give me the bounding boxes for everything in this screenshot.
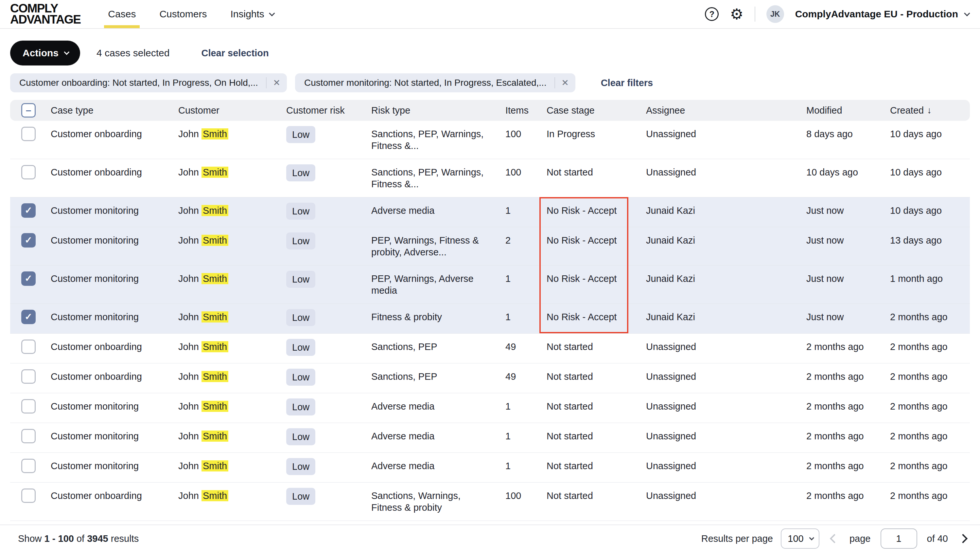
- actions-button[interactable]: Actions: [10, 41, 80, 65]
- column-header-assignee[interactable]: Assignee: [646, 105, 803, 116]
- cell-created: 2 months ago: [888, 393, 969, 420]
- checkbox-unchecked[interactable]: [21, 340, 36, 354]
- page-size-select[interactable]: 100: [781, 528, 819, 549]
- cell-items: 1: [505, 453, 541, 479]
- cell-modified: Just now: [803, 265, 888, 292]
- cell-items: 1: [505, 198, 541, 223]
- table-row[interactable]: ✓Customer monitoringJohn SmithLowPEP, Wa…: [10, 227, 970, 265]
- cell-items: 1: [505, 393, 541, 420]
- risk-badge: Low: [286, 339, 315, 356]
- cell-created: 13 days ago: [888, 227, 969, 254]
- table-row[interactable]: Customer onboardingJohn SmithLowSanction…: [10, 159, 970, 197]
- checkbox-checked[interactable]: ✓: [21, 233, 36, 247]
- cell-risk-type: PEP, Warnings, Adverse media: [371, 265, 505, 303]
- column-header-created[interactable]: Created ↓: [888, 105, 969, 116]
- column-header-risk-type[interactable]: Risk type: [371, 105, 505, 116]
- tab-cases[interactable]: Cases: [108, 0, 136, 28]
- tab-insights[interactable]: Insights: [230, 0, 273, 28]
- next-page-button[interactable]: [958, 533, 968, 544]
- filter-chip-label: Customer onboarding: Not started, In Pro…: [19, 78, 258, 88]
- table-row[interactable]: Customer monitoringJohn SmithLowAdverse …: [10, 393, 970, 423]
- cell-checkbox: ✓: [10, 304, 51, 324]
- cell-checkbox: [10, 121, 51, 141]
- selected-count: 4 cases selected: [97, 48, 169, 59]
- table-row[interactable]: Customer onboardingJohn SmithLowSanction…: [10, 121, 970, 159]
- cell-customer-risk: Low: [286, 364, 371, 393]
- checkbox-unchecked[interactable]: [21, 399, 36, 413]
- table-row[interactable]: Customer onboardingJohn SmithLowSanction…: [10, 363, 970, 393]
- cell-customer: John Smith: [178, 159, 286, 185]
- cell-case-stage: Not started: [541, 364, 646, 389]
- cell-case-stage: Not started: [541, 453, 646, 479]
- risk-type-text: Sanctions, Warnings, Fitness & probity: [371, 490, 484, 514]
- table-row[interactable]: ✓Customer monitoringJohn SmithLowAdverse…: [10, 197, 970, 227]
- cell-case-type: Customer monitoring: [51, 198, 178, 223]
- cell-modified: 2 months ago: [803, 483, 888, 509]
- checkbox-unchecked[interactable]: [21, 488, 36, 503]
- previous-page-button[interactable]: [829, 533, 840, 544]
- checkbox-unchecked[interactable]: [21, 369, 36, 384]
- column-header-modified[interactable]: Modified: [803, 105, 888, 116]
- avatar[interactable]: JK: [767, 5, 784, 23]
- checkbox-unchecked[interactable]: [21, 429, 36, 443]
- column-header-items[interactable]: Items: [505, 105, 541, 116]
- select-all-checkbox-indeterminate[interactable]: –: [21, 103, 36, 118]
- risk-badge: Low: [286, 488, 315, 505]
- cell-customer: John Smith: [178, 423, 286, 449]
- results-summary: Show 1 - 100 of 3945 results: [18, 533, 139, 544]
- checkbox-checked[interactable]: ✓: [21, 203, 36, 218]
- checkbox-checked[interactable]: ✓: [21, 271, 36, 286]
- cell-modified: 2 months ago: [803, 423, 888, 449]
- cell-case-stage: Not started: [541, 393, 646, 420]
- cell-checkbox: [10, 453, 51, 473]
- cell-checkbox: [10, 483, 51, 503]
- table-row[interactable]: ✓Customer monitoringJohn SmithLowFitness…: [10, 303, 970, 333]
- column-header-case-type[interactable]: Case type: [51, 105, 178, 116]
- filter-chip-onboarding[interactable]: Customer onboarding: Not started, In Pro…: [10, 73, 287, 93]
- table-row[interactable]: Customer monitoringJohn SmithLowAdverse …: [10, 423, 970, 453]
- cell-assignee: Unassigned: [646, 364, 803, 389]
- cell-items: 100: [505, 121, 541, 147]
- cell-items: 100: [505, 159, 541, 185]
- column-header-customer-risk[interactable]: Customer risk: [286, 105, 371, 116]
- table-row[interactable]: Customer onboardingJohn SmithLowSanction…: [10, 482, 970, 520]
- risk-type-text: Sanctions, PEP, Warnings, Fitness &...: [371, 166, 484, 190]
- table-row[interactable]: ✓Customer monitoringJohn SmithLowPEP, Wa…: [10, 265, 970, 303]
- checkbox-checked[interactable]: ✓: [21, 310, 36, 324]
- filter-bar: Customer onboarding: Not started, In Pro…: [10, 73, 970, 93]
- cell-case-type: Customer monitoring: [51, 393, 178, 420]
- remove-filter-icon[interactable]: ✕: [267, 73, 287, 93]
- checkbox-unchecked[interactable]: [21, 459, 36, 473]
- customer-name-highlight: Smith: [202, 311, 228, 322]
- risk-type-text: Fitness & probity: [371, 311, 484, 323]
- column-header-customer[interactable]: Customer: [178, 105, 286, 116]
- comply-advantage-logo: COMPLY ADVANTAGE: [10, 3, 81, 25]
- table-row[interactable]: Customer monitoringJohn SmithLowAdverse …: [10, 453, 970, 482]
- cell-case-stage: Not started: [541, 423, 646, 449]
- nav-right-cluster: ? ⚙ JK ComplyAdvantage EU - Production: [705, 5, 968, 23]
- gear-icon[interactable]: ⚙: [730, 6, 743, 22]
- page-number-input[interactable]: [881, 528, 917, 549]
- clear-filters-button[interactable]: Clear filters: [601, 78, 653, 88]
- checkbox-unchecked[interactable]: [21, 165, 36, 179]
- cell-case-type: Customer monitoring: [51, 453, 178, 479]
- checkbox-unchecked[interactable]: [21, 127, 36, 141]
- risk-badge: Low: [286, 203, 315, 220]
- cell-created: 2 months ago: [888, 423, 969, 449]
- customer-name-highlight: Smith: [202, 167, 228, 178]
- risk-type-text: PEP, Warnings, Fitness & probity, Advers…: [371, 235, 484, 258]
- tab-customers[interactable]: Customers: [159, 0, 207, 28]
- cell-assignee: Unassigned: [646, 453, 803, 479]
- workspace-switcher[interactable]: ComplyAdvantage EU - Production: [795, 8, 968, 20]
- help-icon[interactable]: ?: [705, 7, 719, 21]
- column-header-case-stage[interactable]: Case stage: [541, 105, 646, 116]
- chevron-right-icon: [958, 534, 967, 543]
- table-row[interactable]: Customer onboardingJohn SmithLowSanction…: [10, 333, 970, 363]
- cell-customer: John Smith: [178, 265, 286, 292]
- cell-customer-risk: Low: [286, 265, 371, 295]
- clear-selection-button[interactable]: Clear selection: [201, 48, 269, 59]
- cell-customer: John Smith: [178, 227, 286, 254]
- remove-filter-icon[interactable]: ✕: [555, 73, 575, 93]
- filter-chip-monitoring[interactable]: Customer monitoring: Not started, In Pro…: [295, 73, 575, 93]
- cell-case-stage: In Progress: [541, 121, 646, 147]
